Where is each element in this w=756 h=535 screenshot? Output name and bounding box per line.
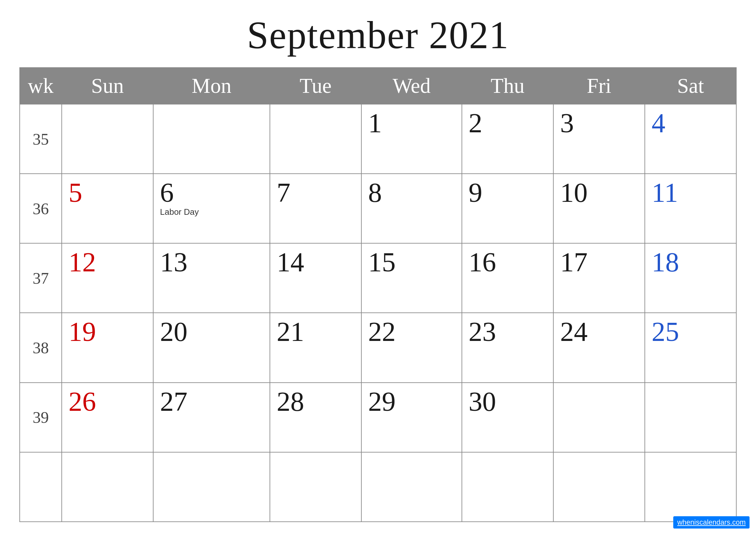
calendar-day: 8	[361, 174, 462, 243]
calendar-day: 2	[462, 104, 554, 174]
calendar-day: 12	[62, 243, 153, 313]
calendar-day	[62, 104, 153, 174]
day-number: 9	[469, 179, 547, 206]
week-number: 39	[20, 383, 62, 452]
holiday-label: Labor Day	[160, 207, 263, 217]
calendar-day	[62, 452, 153, 522]
calendar-day: 21	[270, 313, 361, 382]
calendar-day	[645, 383, 736, 452]
watermark-link[interactable]: wheniscalendars.com	[673, 516, 749, 528]
calendar-day	[554, 383, 645, 452]
calendar-page: September 2021 wk Sun Mon Tue Wed Thu Fr…	[0, 0, 756, 535]
day-number: 6	[160, 179, 263, 206]
calendar-day: 17	[554, 243, 645, 313]
day-number: 11	[652, 179, 730, 206]
calendar-day: 27	[153, 383, 270, 452]
day-number: 4	[652, 109, 730, 137]
day-number: 14	[277, 248, 355, 276]
day-number: 15	[368, 248, 455, 276]
week-number: 38	[20, 313, 62, 382]
calendar-day: 13	[153, 243, 270, 313]
calendar-day: 29	[361, 383, 462, 452]
header-tue: Tue	[270, 68, 361, 104]
calendar-row: 3819202122232425	[20, 313, 736, 382]
day-number: 18	[652, 248, 730, 276]
day-number: 7	[277, 179, 355, 206]
header-sun: Sun	[62, 68, 153, 104]
calendar-day: 18	[645, 243, 736, 313]
calendar-day: 4	[645, 104, 736, 174]
day-number: 22	[368, 318, 455, 346]
day-number: 28	[277, 388, 355, 415]
calendar-day: 5	[62, 174, 153, 243]
day-number: 23	[469, 318, 547, 346]
calendar-row: 392627282930	[20, 383, 736, 452]
day-number: 2	[469, 109, 547, 137]
calendar-day: 16	[462, 243, 554, 313]
calendar-day: 10	[554, 174, 645, 243]
calendar-day: 26	[62, 383, 153, 452]
calendar-day: 11	[645, 174, 736, 243]
calendar-row: 351234	[20, 104, 736, 174]
day-number: 25	[652, 318, 730, 346]
calendar-day: 23	[462, 313, 554, 382]
week-number: 37	[20, 243, 62, 313]
calendar-day: 3	[554, 104, 645, 174]
calendar-day	[270, 104, 361, 174]
calendar-day	[645, 452, 736, 522]
calendar-day: 20	[153, 313, 270, 382]
calendar-day: 7	[270, 174, 361, 243]
day-number: 12	[68, 248, 147, 276]
calendar-day: 15	[361, 243, 462, 313]
calendar-day	[153, 104, 270, 174]
day-number: 30	[469, 388, 547, 415]
calendar-day: 25	[645, 313, 736, 382]
day-number: 1	[368, 109, 455, 137]
week-number: 35	[20, 104, 62, 174]
calendar-day: 22	[361, 313, 462, 382]
calendar-day: 6Labor Day	[153, 174, 270, 243]
calendar-day	[462, 452, 554, 522]
header-mon: Mon	[153, 68, 270, 104]
day-number: 10	[560, 179, 638, 206]
week-number	[20, 452, 62, 522]
calendar-day: 1	[361, 104, 462, 174]
day-number: 13	[160, 248, 263, 276]
calendar-day: 30	[462, 383, 554, 452]
header-row: wk Sun Mon Tue Wed Thu Fri Sat	[20, 68, 736, 104]
day-number: 17	[560, 248, 638, 276]
calendar-day: 9	[462, 174, 554, 243]
calendar-day: 28	[270, 383, 361, 452]
calendar-day	[270, 452, 361, 522]
day-number: 19	[68, 318, 147, 346]
calendar-day	[361, 452, 462, 522]
calendar-row	[20, 452, 736, 522]
calendar-row: 3712131415161718	[20, 243, 736, 313]
header-wk: wk	[20, 68, 62, 104]
day-number: 29	[368, 388, 455, 415]
day-number: 24	[560, 318, 638, 346]
calendar-row: 3656Labor Day7891011	[20, 174, 736, 243]
calendar-table: wk Sun Mon Tue Wed Thu Fri Sat 351234365…	[19, 67, 737, 522]
calendar-title: September 2021	[247, 13, 509, 58]
header-fri: Fri	[554, 68, 645, 104]
day-number: 8	[368, 179, 455, 206]
day-number: 27	[160, 388, 263, 415]
week-number: 36	[20, 174, 62, 243]
header-thu: Thu	[462, 68, 554, 104]
calendar-day: 14	[270, 243, 361, 313]
day-number: 5	[68, 179, 147, 206]
calendar-day	[153, 452, 270, 522]
day-number: 16	[469, 248, 547, 276]
calendar-day: 19	[62, 313, 153, 382]
day-number: 26	[68, 388, 147, 415]
calendar-day	[554, 452, 645, 522]
header-wed: Wed	[361, 68, 462, 104]
calendar-day: 24	[554, 313, 645, 382]
header-sat: Sat	[645, 68, 736, 104]
day-number: 20	[160, 318, 263, 346]
day-number: 3	[560, 109, 638, 137]
day-number: 21	[277, 318, 355, 346]
